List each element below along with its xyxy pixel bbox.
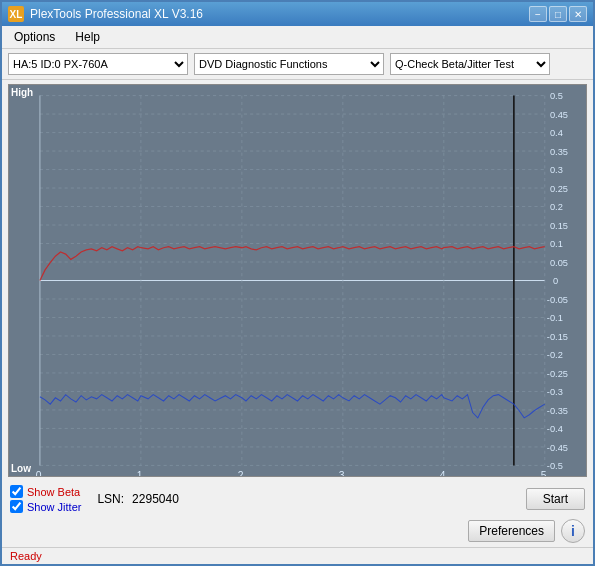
test-select[interactable]: Q-Check Beta/Jitter Test: [390, 53, 550, 75]
svg-text:5: 5: [541, 470, 547, 476]
minimize-button[interactable]: −: [529, 6, 547, 22]
chart-area: High Low: [8, 84, 587, 477]
title-bar: XL PlexTools Professional XL V3.16 − □ ✕: [2, 2, 593, 26]
close-button[interactable]: ✕: [569, 6, 587, 22]
svg-text:1: 1: [137, 470, 143, 476]
window-controls: − □ ✕: [529, 6, 587, 22]
svg-text:-0.35: -0.35: [547, 405, 568, 416]
menu-help[interactable]: Help: [67, 28, 108, 46]
function-select[interactable]: DVD Diagnostic Functions: [194, 53, 384, 75]
lsn-value: 2295040: [132, 492, 179, 506]
show-beta-checkbox[interactable]: [10, 485, 23, 498]
svg-text:0: 0: [553, 275, 558, 286]
svg-text:-0.5: -0.5: [547, 459, 563, 470]
show-beta-row: Show Beta: [10, 485, 81, 498]
svg-text:0.35: 0.35: [550, 146, 568, 157]
svg-text:4: 4: [440, 470, 446, 476]
show-jitter-checkbox[interactable]: [10, 500, 23, 513]
lsn-group: LSN: 2295040: [97, 492, 178, 506]
status-bar: Ready: [2, 547, 593, 564]
toolbar: HA:5 ID:0 PX-760A DVD Diagnostic Functio…: [2, 49, 593, 80]
bottom-bar: Show Beta Show Jitter LSN: 2295040 Start: [2, 481, 593, 517]
info-button[interactable]: i: [561, 519, 585, 543]
chart-y-label-low: Low: [11, 463, 31, 474]
title-bar-left: XL PlexTools Professional XL V3.16: [8, 6, 203, 22]
svg-text:-0.15: -0.15: [547, 331, 568, 342]
svg-text:-0.2: -0.2: [547, 349, 563, 360]
svg-text:3: 3: [339, 470, 345, 476]
chart-svg: 0.5 0.45 0.4 0.35 0.3 0.25 0.2 0.15 0.1 …: [9, 85, 586, 476]
drive-select[interactable]: HA:5 ID:0 PX-760A: [8, 53, 188, 75]
svg-text:0.05: 0.05: [550, 257, 568, 268]
svg-text:0.4: 0.4: [550, 127, 563, 138]
svg-text:-0.25: -0.25: [547, 368, 568, 379]
svg-text:0.1: 0.1: [550, 238, 563, 249]
lsn-label: LSN:: [97, 492, 124, 506]
checkbox-group: Show Beta Show Jitter: [10, 485, 81, 513]
start-button[interactable]: Start: [526, 488, 585, 510]
svg-text:-0.3: -0.3: [547, 386, 563, 397]
app-icon: XL: [8, 6, 24, 22]
show-jitter-row: Show Jitter: [10, 500, 81, 513]
svg-text:0.5: 0.5: [550, 90, 563, 101]
prefs-bar: Preferences i: [2, 517, 593, 547]
main-window: XL PlexTools Professional XL V3.16 − □ ✕…: [0, 0, 595, 566]
show-jitter-label: Show Jitter: [27, 501, 81, 513]
maximize-button[interactable]: □: [549, 6, 567, 22]
svg-text:-0.05: -0.05: [547, 294, 568, 305]
show-beta-label: Show Beta: [27, 486, 80, 498]
svg-text:0.2: 0.2: [550, 201, 563, 212]
svg-text:-0.45: -0.45: [547, 442, 568, 453]
svg-text:2: 2: [238, 470, 244, 476]
menu-options[interactable]: Options: [6, 28, 63, 46]
menu-bar: Options Help: [2, 26, 593, 49]
svg-text:-0.1: -0.1: [547, 312, 563, 323]
status-text: Ready: [10, 550, 42, 562]
preferences-button[interactable]: Preferences: [468, 520, 555, 542]
chart-y-label-high: High: [11, 87, 33, 98]
svg-text:0.15: 0.15: [550, 220, 568, 231]
svg-text:0: 0: [36, 470, 42, 476]
window-title: PlexTools Professional XL V3.16: [30, 7, 203, 21]
svg-text:0.3: 0.3: [550, 164, 563, 175]
svg-text:0.25: 0.25: [550, 183, 568, 194]
svg-text:-0.4: -0.4: [547, 423, 563, 434]
svg-text:0.45: 0.45: [550, 109, 568, 120]
